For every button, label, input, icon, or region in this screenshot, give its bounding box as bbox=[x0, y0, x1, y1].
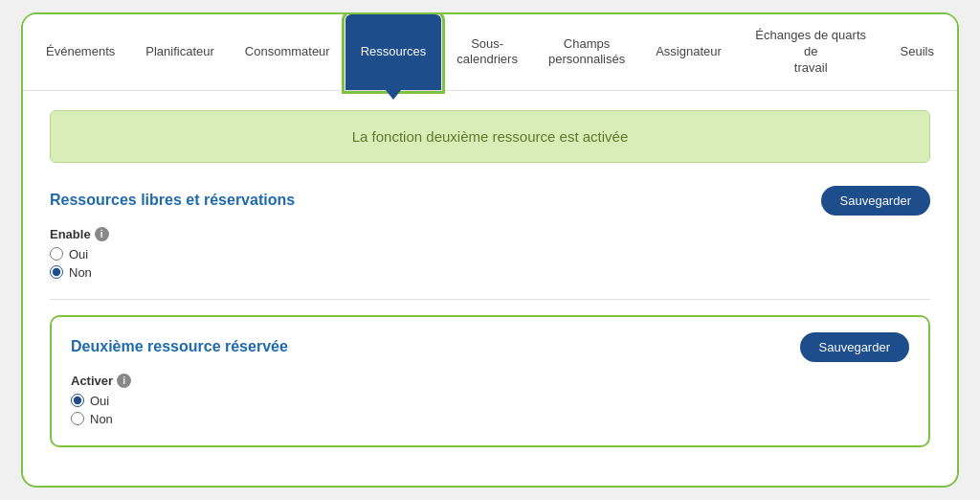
activer-info-icon: i bbox=[117, 374, 131, 388]
tab-assignateur[interactable]: Assignateur bbox=[640, 14, 737, 90]
section2-option-oui[interactable]: Oui bbox=[71, 394, 909, 408]
section1-header: Ressources libres et réservations Sauveg… bbox=[50, 186, 930, 216]
section2-header: Deuxième ressource réservée Sauvegarder bbox=[71, 332, 909, 362]
section1-option-non[interactable]: Non bbox=[50, 265, 930, 280]
activation-banner: La fonction deuxième ressource est activ… bbox=[50, 110, 930, 163]
radio-activer-oui[interactable] bbox=[71, 394, 84, 407]
tab-planificateur[interactable]: Planificateur bbox=[130, 14, 230, 90]
page-content: La fonction deuxième ressource est activ… bbox=[23, 91, 957, 486]
tab-bar: Événements Planificateur Consommateur Re… bbox=[23, 14, 957, 91]
section1-option-oui[interactable]: Oui bbox=[50, 247, 930, 261]
section-deuxieme-ressource: Deuxième ressource réservée Sauvegarder … bbox=[50, 315, 930, 447]
tab-sous-calendriers[interactable]: Sous- calendriers bbox=[441, 14, 533, 90]
tab-consommateur[interactable]: Consommateur bbox=[230, 14, 345, 90]
section-ressources-libres: Ressources libres et réservations Sauveg… bbox=[50, 186, 930, 280]
tab-evenements[interactable]: Événements bbox=[31, 14, 130, 90]
section-divider bbox=[50, 299, 930, 300]
tab-ressources[interactable]: Ressources bbox=[345, 14, 442, 90]
enable-info-icon: i bbox=[95, 227, 109, 241]
radio-activer-non[interactable] bbox=[71, 412, 84, 425]
section1-title: Ressources libres et réservations bbox=[50, 192, 295, 209]
section2-field-label: Activer i bbox=[71, 374, 909, 388]
radio-enable-oui[interactable] bbox=[50, 247, 63, 261]
section2-option-non[interactable]: Non bbox=[71, 412, 909, 426]
main-container: Événements Planificateur Consommateur Re… bbox=[21, 12, 959, 488]
tab-champs-personnalises[interactable]: Champs personnalisés bbox=[533, 14, 640, 90]
save-button-section1[interactable]: Sauvegarder bbox=[821, 186, 930, 216]
save-button-section2[interactable]: Sauvegarder bbox=[800, 332, 909, 362]
section1-field-label: Enable i bbox=[50, 227, 930, 241]
section2-title: Deuxième ressource réservée bbox=[71, 338, 288, 355]
radio-enable-non[interactable] bbox=[50, 265, 63, 279]
tab-echanges[interactable]: Échanges de quarts de travail bbox=[737, 14, 885, 90]
tab-seuils[interactable]: Seuils bbox=[885, 14, 949, 90]
banner-message: La fonction deuxième ressource est activ… bbox=[352, 128, 629, 145]
